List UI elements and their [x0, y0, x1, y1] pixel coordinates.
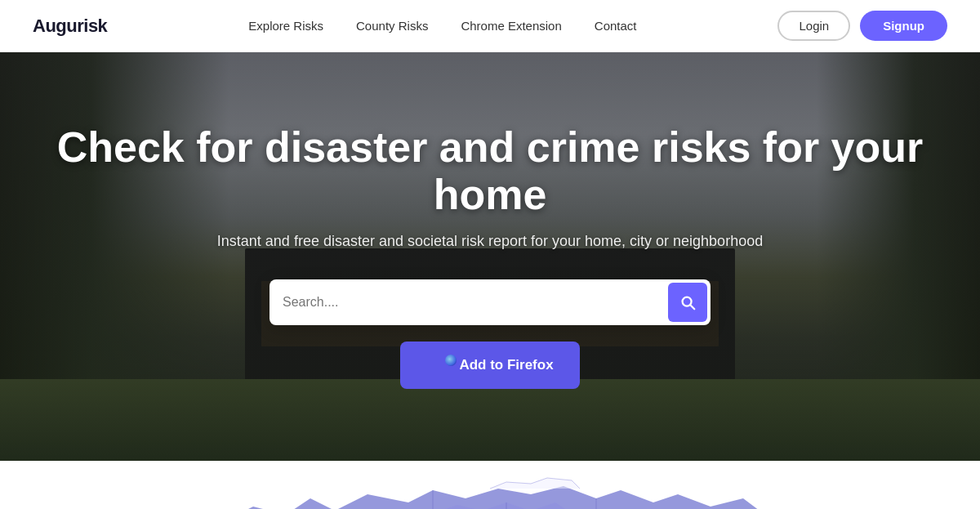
firefox-btn-label: Add to Firefox	[459, 357, 553, 373]
search-button[interactable]	[668, 283, 707, 322]
nav-links: Explore Risks County Risks Chrome Extens…	[248, 19, 636, 33]
hero-section: Check for disaster and crime risks for y…	[0, 52, 980, 461]
map-section	[0, 461, 980, 509]
hero-subtitle: Instant and free disaster and societal r…	[16, 233, 964, 250]
hero-title: Check for disaster and crime risks for y…	[16, 124, 964, 217]
search-icon	[679, 293, 697, 311]
navbar: Augurisk Explore Risks County Risks Chro…	[0, 0, 980, 52]
nav-link-county-risks[interactable]: County Risks	[356, 19, 428, 33]
nav-link-explore-risks[interactable]: Explore Risks	[248, 19, 323, 33]
search-input[interactable]	[283, 287, 668, 318]
logo[interactable]: Augurisk	[33, 16, 107, 37]
firefox-icon	[426, 353, 451, 377]
nav-link-chrome-extension[interactable]: Chrome Extension	[461, 19, 561, 33]
hero-content: Check for disaster and crime risks for y…	[0, 124, 980, 388]
nav-link-contact[interactable]: Contact	[595, 19, 637, 33]
signup-button[interactable]: Signup	[860, 11, 947, 41]
nav-actions: Login Signup	[777, 11, 947, 41]
add-to-firefox-button[interactable]: Add to Firefox	[400, 342, 579, 389]
map-svg	[204, 461, 776, 509]
map-shape	[204, 461, 776, 509]
search-bar	[270, 279, 710, 325]
login-button[interactable]: Login	[777, 11, 850, 41]
